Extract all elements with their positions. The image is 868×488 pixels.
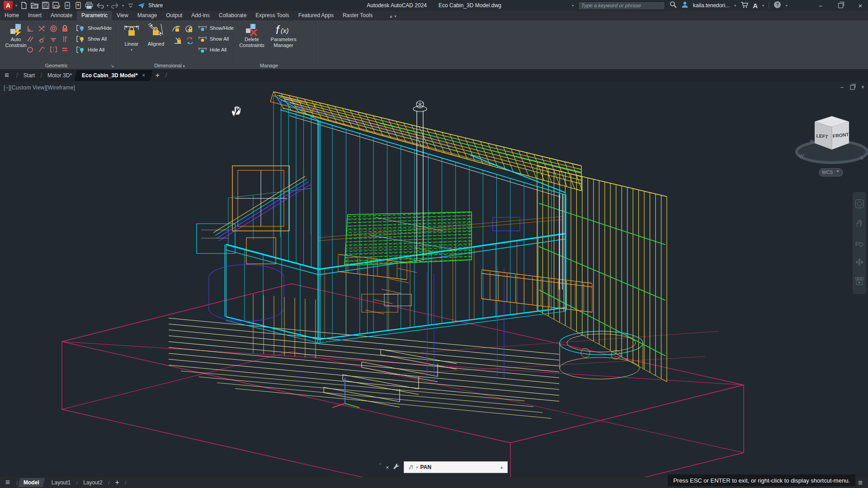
convert-dimension-icon[interactable] bbox=[185, 37, 194, 45]
dimensional-show-hide-button[interactable]: Show/Hide bbox=[198, 24, 234, 32]
logo-caret-icon[interactable]: ▾ bbox=[15, 4, 17, 8]
tangent-constraint-icon[interactable] bbox=[38, 35, 46, 43]
save-as-icon[interactable] bbox=[52, 1, 61, 9]
command-bar-grip[interactable]: ⠿⠿ bbox=[379, 463, 382, 472]
radial-dimension-icon[interactable] bbox=[172, 25, 181, 33]
close-button[interactable]: × bbox=[853, 0, 868, 11]
layout-menu-icon[interactable]: ≡ bbox=[5, 478, 10, 487]
customize-qat-icon[interactable] bbox=[127, 1, 135, 9]
coincident-constraint-icon[interactable] bbox=[38, 25, 46, 33]
restore-button[interactable] bbox=[833, 0, 848, 11]
viewcube[interactable]: N W S LEFT FRONT bbox=[797, 116, 867, 163]
parallel-constraint-icon[interactable] bbox=[26, 35, 34, 43]
autodesk-account-icon[interactable]: A bbox=[753, 2, 758, 9]
new-layout-button[interactable]: + bbox=[111, 477, 124, 488]
file-tab-eco-cabin[interactable]: Eco Cabin_3D Model*× bbox=[74, 70, 153, 81]
help-caret-icon[interactable]: ▾ bbox=[786, 4, 788, 8]
full-navigation-wheel-icon[interactable] bbox=[855, 199, 864, 210]
pan-tool-icon[interactable] bbox=[855, 219, 864, 230]
dimensional-hide-all-button[interactable]: Hide All bbox=[198, 46, 226, 53]
horizontal-constraint-icon[interactable] bbox=[50, 35, 57, 43]
tab-raster-tools[interactable]: Raster Tools bbox=[338, 11, 377, 20]
open-folder-icon[interactable] bbox=[31, 1, 39, 9]
search-collapse-icon[interactable]: ▾ bbox=[571, 5, 575, 6]
drawing-canvas[interactable]: N W S LEFT FRONT WCS bbox=[0, 82, 868, 477]
save-icon[interactable] bbox=[42, 1, 50, 9]
concentric-constraint-icon[interactable] bbox=[50, 25, 57, 33]
fix-constraint-icon[interactable] bbox=[61, 25, 68, 33]
username-menu[interactable]: kaila.tenedori... bbox=[693, 2, 730, 9]
dimensional-show-all-button[interactable]: Show All bbox=[198, 35, 229, 42]
wcs-dropdown[interactable]: WCS bbox=[819, 169, 843, 176]
ribbon-collapse-control[interactable]: ▲▾ bbox=[389, 14, 396, 20]
geometric-dialog-launcher[interactable]: ↘ bbox=[110, 63, 114, 68]
tab-view[interactable]: View bbox=[112, 11, 133, 20]
smooth-constraint-icon[interactable] bbox=[38, 46, 46, 53]
command-close-icon[interactable]: × bbox=[386, 464, 389, 471]
drawing-restore-icon[interactable] bbox=[850, 85, 855, 89]
perpendicular-constraint-icon[interactable] bbox=[26, 25, 34, 33]
delete-constraints-button[interactable]: Delete Constraints bbox=[239, 23, 265, 48]
new-drawing-tab-button[interactable]: + bbox=[155, 71, 160, 80]
symmetric-constraint-icon[interactable] bbox=[50, 46, 57, 53]
customize-wrench-icon[interactable] bbox=[393, 463, 400, 472]
geometric-panel-label[interactable]: Geometric bbox=[27, 63, 86, 68]
collinear-constraint-icon[interactable] bbox=[26, 46, 34, 53]
equal-constraint-icon[interactable] bbox=[61, 46, 68, 53]
command-options-caret[interactable]: ▾ bbox=[416, 465, 418, 469]
vertical-constraint-icon[interactable] bbox=[61, 35, 68, 43]
share-button[interactable]: Share bbox=[148, 2, 163, 9]
aligned-dimension-button[interactable]: Aligned bbox=[145, 23, 167, 47]
geometric-show-hide-button[interactable]: Show/Hide bbox=[76, 24, 112, 32]
linear-dimension-button[interactable]: Linear ▾ bbox=[121, 23, 142, 53]
search-input[interactable]: Type a keyword or phrase bbox=[578, 1, 665, 10]
command-input[interactable]: ▾ PAN ▲ bbox=[404, 461, 508, 473]
new-file-icon[interactable] bbox=[20, 1, 28, 9]
undo-icon[interactable] bbox=[96, 1, 104, 9]
viewport-controls-label[interactable]: [−][Custom View][Wireframe] bbox=[4, 84, 75, 91]
tab-annotate[interactable]: Annotate bbox=[46, 11, 77, 20]
autocad-logo-icon[interactable]: A bbox=[4, 1, 13, 10]
file-tab-start[interactable]: Start bbox=[20, 70, 38, 81]
search-icon[interactable] bbox=[670, 1, 677, 10]
app-store-cart-icon[interactable] bbox=[741, 1, 748, 10]
orbit-tool-icon[interactable] bbox=[855, 258, 864, 268]
angular-dimension-icon[interactable] bbox=[174, 37, 183, 45]
tab-output[interactable]: Output bbox=[161, 11, 187, 20]
geometric-hide-all-button[interactable]: Hide All bbox=[76, 46, 104, 53]
minimize-button[interactable]: – bbox=[813, 0, 828, 11]
help-icon[interactable]: ? bbox=[774, 1, 781, 10]
redo-caret-icon[interactable]: ▾ bbox=[122, 4, 124, 8]
user-avatar-icon[interactable] bbox=[681, 1, 689, 10]
layout2-tab[interactable]: Layout2 bbox=[79, 478, 107, 487]
plot-printer-icon[interactable] bbox=[85, 1, 93, 9]
save-to-web-icon[interactable] bbox=[74, 1, 82, 9]
open-from-web-icon[interactable] bbox=[63, 1, 71, 9]
autodesk-caret-icon[interactable]: ▾ bbox=[762, 4, 764, 8]
undo-caret-icon[interactable]: ▾ bbox=[107, 4, 108, 8]
command-history-caret[interactable]: ▲ bbox=[500, 465, 504, 469]
parameters-manager-button[interactable]: f (x) Parameters Manager bbox=[268, 23, 299, 48]
diameter-dimension-icon[interactable] bbox=[184, 25, 193, 33]
drawing-close-icon[interactable]: × bbox=[861, 84, 864, 90]
manage-panel-label[interactable]: Manage bbox=[240, 63, 298, 68]
tab-express-tools[interactable]: Express Tools bbox=[251, 11, 293, 20]
zoom-tool-icon[interactable] bbox=[855, 238, 864, 249]
share-plane-icon[interactable] bbox=[137, 1, 146, 9]
tab-manage[interactable]: Manage bbox=[133, 11, 161, 20]
tab-add-ins[interactable]: Add-ins bbox=[187, 11, 214, 20]
geometric-show-all-button[interactable]: Show All bbox=[76, 35, 107, 42]
redo-icon[interactable] bbox=[111, 1, 119, 9]
tab-home[interactable]: Home bbox=[0, 11, 24, 20]
username-caret-icon[interactable]: ▾ bbox=[734, 4, 736, 8]
auto-constrain-button[interactable]: Auto Constrain bbox=[3, 23, 29, 48]
dimensional-panel-label[interactable]: Dimensional ▾ bbox=[136, 63, 203, 68]
model-tab[interactable]: Model bbox=[18, 478, 45, 487]
file-tab-close-icon[interactable]: × bbox=[142, 72, 145, 79]
file-tabs-menu-icon[interactable]: ≡ bbox=[5, 71, 9, 80]
tab-parametric[interactable]: Parametric bbox=[77, 11, 112, 20]
showmotion-icon[interactable] bbox=[855, 277, 864, 287]
tab-collaborate[interactable]: Collaborate bbox=[214, 11, 251, 20]
status-customization-icon[interactable]: ≡ bbox=[858, 479, 863, 488]
tab-insert[interactable]: Insert bbox=[24, 11, 46, 20]
